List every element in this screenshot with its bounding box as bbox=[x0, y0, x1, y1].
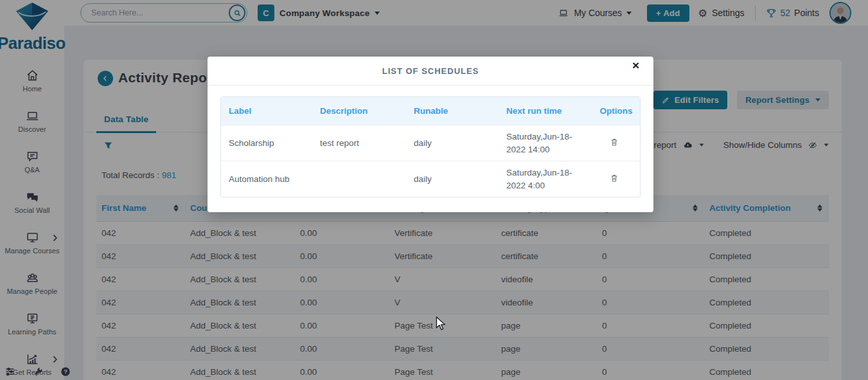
trash-icon bbox=[610, 176, 619, 185]
schedule-row: Automation hubdailySaturday,Jun-18-2022 … bbox=[221, 161, 640, 197]
schedule-runable: daily bbox=[406, 168, 499, 191]
schedule-description: test report bbox=[312, 132, 406, 155]
schedules-body: Scholarshiptest reportdailySaturday,Jun-… bbox=[221, 125, 640, 197]
schedule-column-header-description: Description bbox=[312, 106, 406, 116]
schedule-next_run: Saturday,Jun-18-2022 4:00 bbox=[499, 161, 592, 197]
delete-schedule-button[interactable] bbox=[610, 173, 619, 185]
schedules-table: LabelDescriptionRunableNext run timeOpti… bbox=[220, 96, 641, 197]
schedule-label: Automation hub bbox=[221, 168, 312, 191]
schedule-column-header-label: Label bbox=[221, 106, 312, 116]
trash-icon bbox=[610, 140, 619, 149]
schedule-column-header-runable: Runable bbox=[406, 106, 499, 116]
schedule-next_run: Saturday,Jun-18-2022 14:00 bbox=[499, 125, 592, 161]
schedule-description bbox=[312, 174, 406, 185]
schedule-column-header-options: Options bbox=[592, 106, 640, 116]
close-icon[interactable]: × bbox=[632, 59, 639, 71]
app-window: Paradiso HomeDiscoverQ&ASocial WallManag… bbox=[0, 0, 868, 380]
schedule-column-header-next-run-time: Next run time bbox=[499, 106, 592, 116]
schedules-modal: LIST OF SCHEDULES × LabelDescriptionRuna… bbox=[208, 57, 653, 212]
delete-schedule-button[interactable] bbox=[610, 137, 619, 149]
schedule-row: Scholarshiptest reportdailySaturday,Jun-… bbox=[221, 125, 640, 161]
schedules-header-row: LabelDescriptionRunableNext run timeOpti… bbox=[221, 97, 640, 125]
schedule-runable: daily bbox=[406, 132, 499, 155]
schedule-label: Scholarship bbox=[221, 132, 312, 155]
modal-title: LIST OF SCHEDULES bbox=[382, 66, 479, 76]
